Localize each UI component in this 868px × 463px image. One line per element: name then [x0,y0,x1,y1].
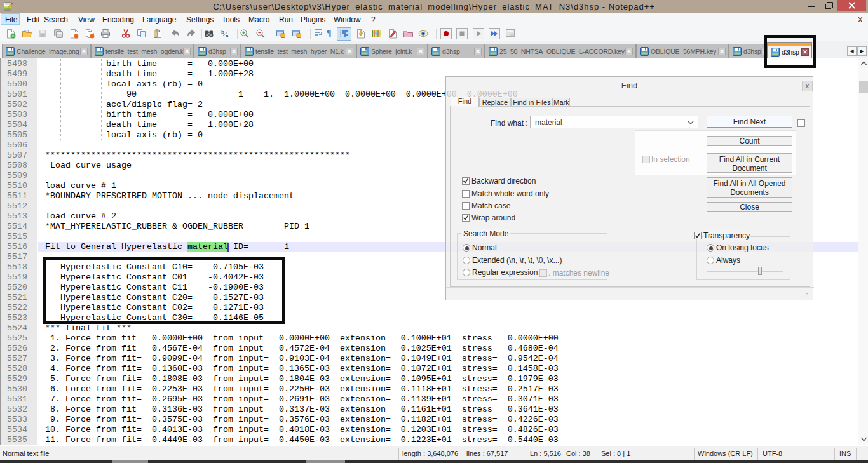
svg-text:b: b [221,29,224,35]
svg-text:¶: ¶ [327,29,332,38]
svg-text:a: a [226,33,229,39]
